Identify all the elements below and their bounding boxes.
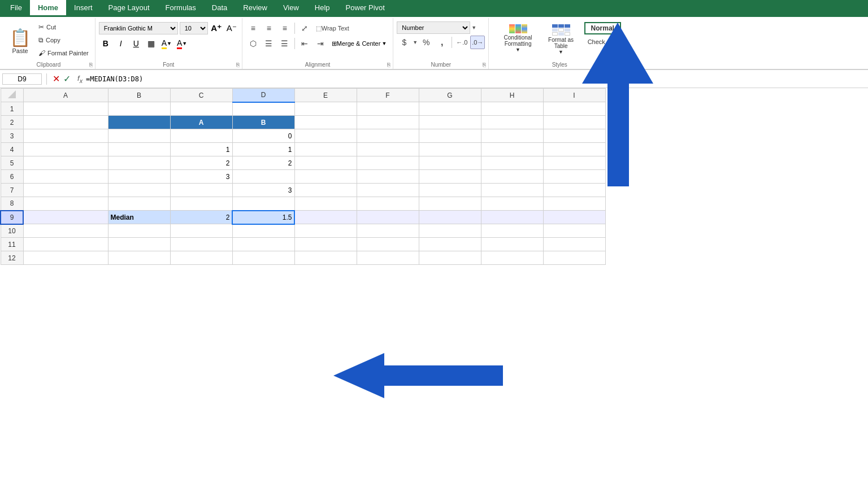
- cell-a3[interactable]: [23, 129, 108, 143]
- font-size-select[interactable]: 10: [180, 22, 208, 34]
- cell-i3[interactable]: [543, 129, 605, 143]
- cell-f9[interactable]: [357, 211, 419, 224]
- cell-c5[interactable]: 2: [170, 156, 232, 170]
- cell-a11[interactable]: [23, 238, 108, 251]
- cell-b6[interactable]: [108, 170, 170, 184]
- cell-b2[interactable]: [108, 116, 170, 129]
- alignment-expand-icon[interactable]: ⎘: [387, 62, 390, 68]
- row-header-7[interactable]: 7: [1, 184, 23, 197]
- align-middle-button[interactable]: ≡: [262, 21, 276, 35]
- bold-button[interactable]: B: [99, 37, 112, 50]
- italic-button[interactable]: I: [114, 37, 128, 50]
- normal-style-button[interactable]: Normal: [584, 21, 622, 35]
- check-cell-button[interactable]: Check Cell: [584, 37, 622, 47]
- cell-e5[interactable]: [294, 156, 357, 170]
- cell-a9[interactable]: [23, 211, 108, 224]
- cell-c10[interactable]: [170, 224, 232, 238]
- cell-e4[interactable]: [294, 143, 357, 156]
- font-shrink-button[interactable]: A⁻: [225, 21, 238, 35]
- cell-a6[interactable]: [23, 170, 108, 184]
- percent-button[interactable]: %: [419, 36, 433, 49]
- align-right-button[interactable]: ☰: [277, 37, 292, 50]
- cell-b9[interactable]: Median: [108, 211, 170, 224]
- cell-c3[interactable]: [170, 129, 232, 143]
- cell-b5[interactable]: [108, 156, 170, 170]
- cell-f10[interactable]: [357, 224, 419, 238]
- cell-d9[interactable]: 1.5: [232, 211, 294, 224]
- decrease-indent-button[interactable]: ⇤: [297, 37, 312, 50]
- text-direction-button[interactable]: ⤢: [297, 21, 312, 35]
- cell-e10[interactable]: [294, 224, 357, 238]
- cell-a2[interactable]: [23, 116, 108, 129]
- cell-a10[interactable]: [23, 224, 108, 238]
- align-bottom-button[interactable]: ≡: [277, 21, 292, 35]
- cell-f5[interactable]: [357, 156, 419, 170]
- cell-i4[interactable]: [543, 143, 605, 156]
- col-header-e[interactable]: E: [294, 89, 357, 102]
- row-header-3[interactable]: 3: [1, 129, 23, 143]
- tab-view[interactable]: View: [275, 0, 307, 17]
- cell-e6[interactable]: [294, 170, 357, 184]
- cell-h12[interactable]: [481, 251, 543, 265]
- tab-page-layout[interactable]: Page Layout: [101, 0, 158, 17]
- cell-h3[interactable]: [481, 129, 543, 143]
- cell-f11[interactable]: [357, 238, 419, 251]
- align-center-button[interactable]: ☰: [262, 37, 276, 50]
- cell-g9[interactable]: [419, 211, 481, 224]
- number-format-select[interactable]: Number: [397, 21, 470, 34]
- cell-h7[interactable]: [481, 184, 543, 197]
- cell-g8[interactable]: [419, 197, 481, 211]
- cell-d5[interactable]: 2: [232, 156, 294, 170]
- tab-data[interactable]: Data: [204, 0, 235, 17]
- cell-d6[interactable]: [232, 170, 294, 184]
- formula-cancel-icon[interactable]: ✕: [53, 73, 60, 84]
- cell-h2[interactable]: [481, 116, 543, 129]
- cell-h6[interactable]: [481, 170, 543, 184]
- row-header-5[interactable]: 5: [1, 156, 23, 170]
- cell-c8[interactable]: [170, 197, 232, 211]
- cell-e2[interactable]: [294, 116, 357, 129]
- clipboard-expand-icon[interactable]: ⎘: [89, 62, 93, 68]
- cell-f6[interactable]: [357, 170, 419, 184]
- cell-b3[interactable]: [108, 129, 170, 143]
- row-header-10[interactable]: 10: [1, 224, 23, 238]
- cell-e9[interactable]: [294, 211, 357, 224]
- cell-g2[interactable]: [419, 116, 481, 129]
- cell-e8[interactable]: [294, 197, 357, 211]
- cell-i5[interactable]: [543, 156, 605, 170]
- tab-file[interactable]: File: [2, 0, 30, 17]
- cell-h11[interactable]: [481, 238, 543, 251]
- cell-a12[interactable]: [23, 251, 108, 265]
- cell-f2[interactable]: [357, 116, 419, 129]
- cell-d7[interactable]: 3: [232, 184, 294, 197]
- number-format-dropdown[interactable]: ▼: [471, 25, 476, 30]
- row-header-8[interactable]: 8: [1, 197, 23, 211]
- cell-g7[interactable]: [419, 184, 481, 197]
- fill-color-button[interactable]: A▼: [160, 38, 173, 50]
- col-header-i[interactable]: I: [543, 89, 605, 102]
- cell-c12[interactable]: [170, 251, 232, 265]
- cell-f3[interactable]: [357, 129, 419, 143]
- formula-input[interactable]: [86, 75, 866, 83]
- row-header-9[interactable]: 9: [1, 211, 23, 224]
- tab-review[interactable]: Review: [235, 0, 275, 17]
- cell-b11[interactable]: [108, 238, 170, 251]
- cell-d3[interactable]: 0: [232, 129, 294, 143]
- cell-d8[interactable]: [232, 197, 294, 211]
- col-header-a[interactable]: A: [23, 89, 108, 102]
- col-header-c[interactable]: C: [170, 89, 232, 102]
- col-header-h[interactable]: H: [481, 89, 543, 102]
- cell-d10[interactable]: [232, 224, 294, 238]
- cell-i6[interactable]: [543, 170, 605, 184]
- cell-i11[interactable]: [543, 238, 605, 251]
- cell-f1[interactable]: [357, 102, 419, 116]
- cell-g3[interactable]: [419, 129, 481, 143]
- cell-i2[interactable]: [543, 116, 605, 129]
- formula-confirm-icon[interactable]: ✓: [63, 73, 71, 84]
- cell-c7[interactable]: [170, 184, 232, 197]
- font-expand-icon[interactable]: ⎘: [236, 62, 240, 68]
- align-top-button[interactable]: ≡: [246, 21, 261, 35]
- cell-f12[interactable]: [357, 251, 419, 265]
- cell-b7[interactable]: [108, 184, 170, 197]
- cell-b10[interactable]: [108, 224, 170, 238]
